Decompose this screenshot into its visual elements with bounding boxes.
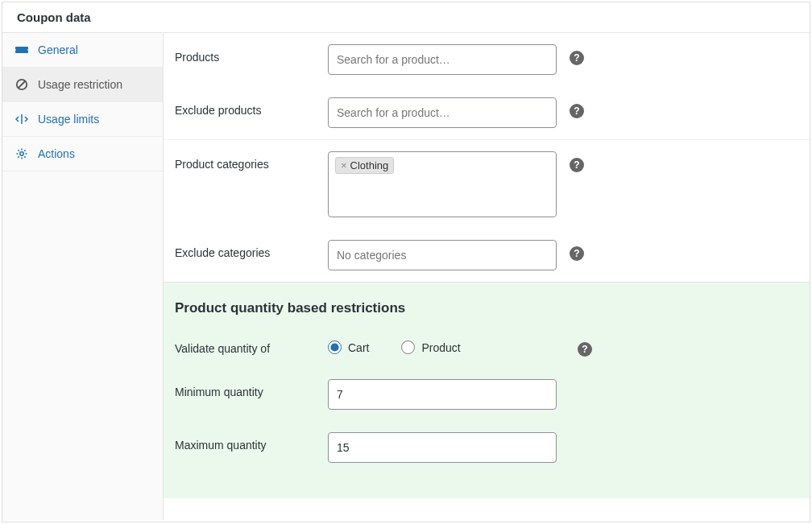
tab-actions[interactable]: Actions	[2, 137, 163, 171]
section-categories: Product categories × Clothing ? Exclude …	[164, 139, 810, 282]
tab-actions-label: Actions	[38, 147, 75, 160]
products-label: Products	[175, 44, 320, 64]
row-min-quantity: Minimum quantity	[164, 368, 810, 421]
panel-header: Coupon data	[2, 2, 810, 33]
quantity-section-title: Product quantity based restrictions	[164, 300, 810, 324]
exclude-categories-help-icon[interactable]: ?	[570, 246, 584, 261]
product-categories-help-icon[interactable]: ?	[570, 158, 584, 172]
max-quantity-input[interactable]	[328, 432, 557, 463]
gear-icon	[15, 147, 28, 160]
coupon-data-panel: Coupon data General Usage restriction Us…	[2, 2, 810, 522]
tab-general[interactable]: General	[2, 33, 163, 68]
exclude-categories-select[interactable]: No categories	[328, 240, 557, 270]
category-chip: × Clothing	[335, 157, 394, 174]
remove-chip-icon[interactable]: ×	[341, 159, 347, 171]
validate-quantity-fieldwrap: Cart Product	[328, 336, 570, 354]
product-categories-select[interactable]: × Clothing	[328, 151, 557, 217]
tab-usage-limits[interactable]: Usage limits	[2, 102, 163, 137]
radio-cart[interactable]: Cart	[328, 340, 369, 354]
min-quantity-label: Minimum quantity	[175, 379, 320, 398]
radio-cart-label: Cart	[348, 341, 369, 354]
min-quantity-fieldwrap	[328, 379, 557, 410]
row-product-categories: Product categories × Clothing ?	[164, 139, 810, 229]
tab-usage-restriction[interactable]: Usage restriction	[2, 68, 163, 102]
svg-line-1	[19, 81, 26, 89]
exclude-products-label: Exclude products	[175, 97, 320, 117]
content: Products ? Exclude products ? Produ	[164, 33, 810, 520]
products-input[interactable]	[328, 44, 557, 75]
row-max-quantity: Maximum quantity	[164, 421, 810, 474]
product-categories-label: Product categories	[175, 151, 320, 171]
validate-quantity-radio-group: Cart Product	[328, 336, 461, 354]
ban-icon	[15, 78, 28, 91]
row-products: Products ?	[164, 33, 810, 86]
exclude-products-input[interactable]	[328, 97, 557, 128]
product-categories-fieldwrap: × Clothing ?	[328, 151, 584, 217]
tab-general-label: General	[38, 43, 78, 56]
tab-usage-restriction-label: Usage restriction	[38, 78, 122, 91]
panel-body: General Usage restriction Usage limits A…	[2, 33, 810, 520]
radio-product[interactable]: Product	[401, 340, 460, 354]
row-exclude-categories: Exclude categories No categories ?	[164, 229, 810, 282]
svg-point-3	[20, 152, 23, 155]
max-quantity-fieldwrap	[328, 432, 557, 463]
radio-product-input[interactable]	[401, 340, 415, 354]
radio-cart-input[interactable]	[328, 340, 342, 354]
chip-label: Clothing	[350, 159, 389, 171]
products-help-icon[interactable]: ?	[570, 51, 584, 65]
limits-icon	[15, 113, 28, 126]
products-fieldwrap: ?	[328, 44, 584, 75]
exclude-categories-label: Exclude categories	[175, 240, 320, 259]
min-quantity-input[interactable]	[328, 379, 557, 410]
exclude-categories-placeholder: No categories	[335, 245, 408, 265]
exclude-products-help-icon[interactable]: ?	[570, 104, 584, 118]
row-exclude-products: Exclude products ?	[164, 86, 810, 139]
ticket-icon	[15, 43, 28, 56]
validate-quantity-help-icon[interactable]: ?	[578, 342, 592, 357]
tabs: General Usage restriction Usage limits A…	[2, 33, 164, 520]
exclude-products-fieldwrap: ?	[328, 97, 584, 128]
row-validate-quantity: Validate quantity of Cart Product	[164, 324, 810, 368]
exclude-categories-fieldwrap: No categories ?	[328, 240, 584, 270]
validate-quantity-label: Validate quantity of	[175, 336, 320, 355]
section-quantity: Product quantity based restrictions Vali…	[164, 282, 810, 498]
radio-product-label: Product	[421, 341, 460, 354]
max-quantity-label: Maximum quantity	[175, 432, 320, 452]
section-products: Products ? Exclude products ?	[164, 33, 810, 139]
panel-title: Coupon data	[17, 10, 795, 24]
tab-usage-limits-label: Usage limits	[38, 113, 99, 126]
